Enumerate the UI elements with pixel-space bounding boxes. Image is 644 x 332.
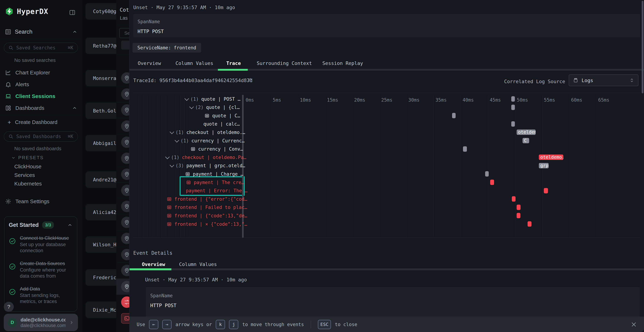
span-tree-row[interactable]: frontend | × {"code":13,"d… [166,220,250,228]
preset-kubernetes[interactable]: Kubernetes [14,181,42,187]
span-tree-row[interactable]: payment | Charge … [185,170,243,178]
session-card[interactable]: Retha77@ [86,38,116,54]
span-tree-row[interactable]: (1)checkout | oteldemo.Pa… [165,153,246,162]
span-duration-bar[interactable] [511,105,515,110]
span-duration-bar[interactable] [463,146,467,152]
span-duration-bar[interactable] [544,188,548,193]
span-tree-row[interactable]: (2)quote | {cl… [190,103,240,112]
span-tree-row[interactable]: (1)quote | POST … [184,95,240,103]
session-event-pin-row[interactable] [116,86,129,102]
span-tree-row[interactable]: frontend | {"error":{"code… [166,195,250,203]
chevron-down-icon[interactable] [189,105,194,109]
user-menu[interactable]: D dale@clickhouse.com dale@clickhouse.co… [4,314,78,331]
session-event-pin-row[interactable] [116,166,129,182]
session-event-pin-row[interactable] [116,230,129,247]
chevron-down-icon[interactable] [170,130,174,134]
session-event-pin-row[interactable] [116,102,129,118]
span-tree-row[interactable]: (1)currency | Currenc… [175,136,244,145]
session-card[interactable]: Dixie_Mc [86,302,116,318]
session-event-pin-row[interactable] [116,134,129,150]
collapse-sidebar-icon[interactable] [69,9,76,16]
preset-services[interactable]: Services [14,172,35,178]
session-card[interactable]: Beth.Gol [86,102,116,119]
session-event-pin-row[interactable] [116,70,129,86]
presets-toggle[interactable]: PRESETS [11,155,44,160]
chevron-up-icon[interactable] [72,29,78,34]
span-tree-row[interactable]: payment | The cre… [186,178,244,186]
session-card[interactable]: Andre21@ [86,171,116,188]
tab-session-replay[interactable]: Session Replay [322,60,363,66]
span-duration-bar[interactable] [452,113,456,118]
drawer-scrollbar[interactable] [642,1,644,94]
span-duration-bar[interactable] [511,96,515,102]
span-duration-bar[interactable] [485,171,489,176]
session-event-pin-row[interactable] [116,198,129,215]
session-card[interactable]: Frederic [86,269,116,286]
span-tree-row[interactable]: quote | C… [204,112,240,120]
session-event-pin-row[interactable] [116,150,129,166]
tab-column-values[interactable]: Column Values [176,60,213,66]
chevron-up-icon[interactable] [67,222,73,228]
sidebar-section-search[interactable]: Search [5,28,78,35]
get-started-item[interactable]: Add Data Start sending logs, metrics, or… [9,286,73,304]
span-tree-row[interactable]: frontend | {"code":13,"det… [166,212,250,220]
logo[interactable]: HyperDX [5,7,48,16]
log-source-select[interactable]: Logs [569,74,638,86]
get-started-item[interactable]: Connect to ClickHouse Set up your databa… [9,235,73,254]
event-details-tab-column-values[interactable]: Column Values [179,262,217,267]
network-error-icon[interactable] [121,296,129,308]
chevron-down-icon[interactable] [165,154,170,159]
span-duration-bar[interactable]: C [522,138,529,143]
span-tree-row[interactable]: (3)payment | grpc.oteld… [170,162,245,170]
span-duration-bar[interactable] [517,213,520,218]
session-filter-button[interactable] [121,40,129,50]
session-event-pin-row[interactable] [116,118,129,134]
saved-searches-input[interactable]: Saved Searches ⌘K [4,42,78,53]
span-tree-row[interactable]: quote | calc… [204,120,240,128]
preset-clickhouse[interactable]: ClickHouse [14,164,42,170]
span-duration-bar[interactable]: oteldemo. [539,154,563,160]
session-event-pin-row[interactable] [116,262,129,279]
chevron-down-icon[interactable] [184,96,189,101]
chevron-down-icon[interactable] [174,138,179,142]
span-duration-bar[interactable]: grp [539,163,549,168]
span-tree-row[interactable]: currency | Conv… [190,145,243,153]
session-card[interactable]: Abbigail [86,135,116,151]
span-duration-bar[interactable]: oteldemo. [517,130,536,135]
saved-dashboards-input[interactable]: Saved Dashboards ⌘K [4,131,78,142]
sidebar-item-team-settings[interactable]: Team Settings [5,198,49,205]
chevron-up-icon[interactable] [72,105,77,111]
session-event-pin-row[interactable] [116,278,129,295]
sidebar-item-dashboards[interactable]: Dashboards [5,105,77,111]
span-tree-row[interactable]: payment | Error: The … [186,186,248,195]
session-card[interactable]: Monserra [86,70,116,86]
edit-icon[interactable] [247,77,252,83]
sidebar-item-client-sessions[interactable]: Client Sessions [5,93,55,100]
session-search-input[interactable]: Sea [119,28,129,38]
sidebar-item-chart-explorer[interactable]: Chart Explorer [5,70,50,76]
event-details-tab-overview[interactable]: Overview [142,262,165,267]
session-card[interactable]: Coty60@g [86,3,116,20]
span-duration-bar[interactable] [528,221,532,227]
span-duration-bar[interactable] [511,121,515,127]
span-duration-bar[interactable] [517,205,520,210]
console-error-icon[interactable] [121,313,129,324]
close-icon[interactable] [630,321,637,328]
get-started-item[interactable]: Create Data Sources Configure where your… [9,260,73,279]
create-dashboard-button[interactable]: + Create Dashboard [8,119,58,126]
chevron-down-icon[interactable] [170,163,174,168]
span-duration-bar[interactable] [512,196,516,202]
session-event-pin-row[interactable] [116,182,129,198]
session-event-pin-row[interactable] [116,214,129,230]
sidebar-item-alerts[interactable]: Alerts [5,81,29,88]
help-button[interactable]: ? [4,302,14,312]
service-name-chip[interactable]: ServiceName: frontend [132,43,201,52]
session-event-pin-row[interactable] [116,246,129,263]
tab-trace[interactable]: Trace [226,60,241,66]
span-tree-row[interactable]: frontend | Failed to place… [166,203,250,212]
session-card[interactable]: Wilson_H [86,236,116,253]
span-duration-bar[interactable] [490,180,494,185]
session-card[interactable]: Alicia42 [86,204,116,220]
tab-overview[interactable]: Overview [138,60,161,66]
tab-surrounding-context[interactable]: Surrounding Context [257,60,312,66]
